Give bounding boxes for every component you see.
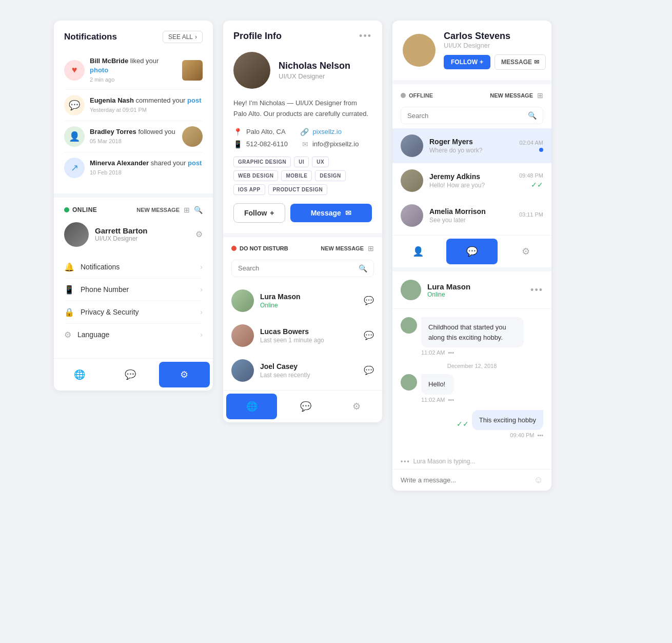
chat-item-amelia[interactable]: Amelia Morrison See you later 03:11 PM [392,198,551,233]
plus-icon: + [480,59,483,66]
tab-settings[interactable]: ⚙ [501,236,551,267]
middle-search-input[interactable] [238,264,354,272]
tab-profile[interactable]: 👤 [392,236,443,267]
search-icon: 🔍 [528,111,537,120]
new-message-label[interactable]: NEW MESSAGE [490,92,533,99]
tag-ui: UI [294,157,309,167]
middle-search-bar[interactable]: 🔍 [231,260,374,277]
tab-settings-active[interactable]: ⚙ [159,362,210,387]
contact-name: Lucas Bowers [260,327,358,336]
tag-mobile: MOBILE [281,170,312,181]
share-icon: ↗ [64,158,85,178]
profile-website[interactable]: pixsellz.io [313,128,342,135]
message-icon[interactable]: 💬 [364,296,374,305]
heart-icon: ♥ [64,60,85,81]
tab-chat-active[interactable]: 💬 [446,239,497,264]
message-input[interactable] [401,476,529,484]
contact-status: Last seen 1 minute ago [260,337,358,344]
tag-ux: UX [312,157,329,167]
notification-item: 👤 Bradley Torres followed you 05 Mar 201… [64,121,203,152]
new-message-button[interactable]: NEW MESSAGE [136,207,180,213]
user-avatar [182,126,203,147]
notifications-menu-item[interactable]: 🔔 Notifications › [64,256,203,279]
contact-item-lura[interactable]: Lura Mason Online 💬 [223,283,382,318]
message-icon[interactable]: 💬 [364,365,374,375]
new-message-label[interactable]: NEW MESSAGE [321,245,364,251]
bottom-tab-bar: 🌐 💬 ⚙ [54,358,213,391]
tag-product-design: PRODUCT DESIGN [268,184,328,195]
chat-preview: Where do yo work? [429,147,513,154]
compose-icon[interactable]: ⊞ [184,206,190,214]
follow-button[interactable]: Follow + [233,203,285,223]
contact-name: Lura Mason [260,293,358,301]
chat-preview: See you later [429,217,513,224]
ellipsis-icon[interactable]: ••• [448,349,454,356]
chat-avatar [401,204,423,227]
bell-icon: 🔔 [64,262,74,272]
tab-settings[interactable]: ⚙ [331,391,382,422]
compose-icon[interactable]: ⊞ [368,244,374,252]
profile-bio: Hey! I'm Nicholas — UI/UX Designer from … [233,98,372,120]
tab-chat[interactable]: 💬 [105,359,155,391]
right-follow-button[interactable]: FOLLOW + [444,55,490,69]
contact-name: Joel Casey [260,362,358,371]
right-profile-section: Carlos Stevens UI/UX Designer FOLLOW + M… [392,21,551,80]
see-all-button[interactable]: SEE ALL › [163,31,203,43]
settings-gear-icon[interactable]: ⚙ [195,229,203,239]
email-icon: ✉ [302,140,308,148]
message-bubble: This exciting hobby [472,410,543,431]
notification-item: 💬 Eugenia Nash commented your post Yeste… [64,90,203,121]
tab-globe[interactable]: 🌐 [226,394,277,419]
right-search-input[interactable] [407,112,524,120]
emoji-icon[interactable]: ☺ [534,475,543,485]
language-menu-item[interactable]: ⚙ Language › [64,324,203,346]
settings-menu: 🔔 Notifications › 📱 Phone Number › 🔒 [64,256,203,346]
chat-item-roger[interactable]: Roger Myers Where do yo work? 02:04 AM [392,128,551,163]
phone-number-menu-item[interactable]: 📱 Phone Number › [64,279,203,301]
compose-icon[interactable]: ⊞ [537,91,543,100]
offline-status-label: OFFLINE [409,92,433,99]
contact-item-lucas[interactable]: Lucas Bowers Last seen 1 minute ago 💬 [223,318,382,353]
profile-tags: GRAPHIC DESIGN UI UX WEB DESIGN MOBILE D… [233,157,372,195]
chat-avatar [401,169,423,192]
right-profile-avatar [403,34,436,67]
notif-user: Bill McBride [90,57,128,65]
ellipsis-icon[interactable]: ••• [448,397,454,403]
chat-item-jeremy[interactable]: Jeremy Adkins Hello! How are you? 09:48 … [392,163,551,198]
contact-item-joel[interactable]: Joel Casey Last seen recently 💬 [223,353,382,388]
notif-user: Eugenia Nash [90,96,134,104]
right-message-button[interactable]: MESSAGE ✉ [495,54,546,70]
message-icon[interactable]: 💬 [364,330,374,340]
notif-user: Minerva Alexander [90,159,149,167]
tag-graphic-design: GRAPHIC DESIGN [233,157,291,167]
conv-status: Online [427,291,470,298]
ellipsis-icon[interactable]: ••• [537,432,543,438]
tab-chat[interactable]: 💬 [280,391,331,422]
user-avatar [64,222,89,247]
tab-globe[interactable]: 🌐 [54,359,105,391]
right-search-bar[interactable]: 🔍 [401,107,543,124]
privacy-security-menu-item[interactable]: 🔒 Privacy & Security › [64,301,203,324]
search-icon: 🔍 [359,264,367,272]
contact-status: Online [260,302,358,309]
middle-messaging-section: DO NOT DISTURB NEW MESSAGE ⊞ 🔍 Lura Maso… [223,233,382,422]
chat-time: 02:04 AM [520,140,543,146]
message-time: 11:02 AM [421,397,445,403]
profile-info-section: Profile Info ••• Nicholas Nelson UI/UX D… [223,21,382,233]
unread-indicator [539,148,543,152]
message-avatar [401,317,417,334]
message-button[interactable]: Message ✉ [290,204,372,222]
profile-role: UI/UX Designer [279,72,350,80]
chat-icon: 💬 [64,95,85,115]
more-options-icon[interactable]: ••• [359,31,372,42]
message-time: 09:40 PM [510,432,534,438]
message-input-bar: ☺ [392,469,551,491]
chat-name: Jeremy Adkins [429,172,513,181]
more-options-icon[interactable]: ••• [530,285,543,296]
notif-user: Bradley Torres [90,128,136,135]
search-icon[interactable]: 🔍 [194,206,203,214]
chat-conversation-section: Lura Mason Online ••• Childhood that sta… [392,267,551,491]
message-time: 11:02 AM [421,349,445,356]
tag-design: DESIGN [315,170,345,181]
right-tab-bar: 👤 💬 ⚙ [392,235,551,267]
